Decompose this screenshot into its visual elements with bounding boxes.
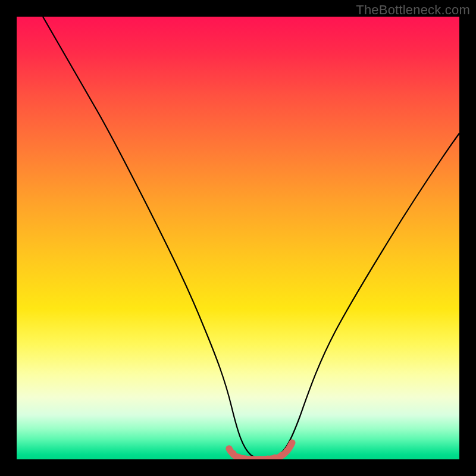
chart-frame: TheBottleneck.com	[0, 0, 476, 476]
bottleneck-curve	[43, 17, 459, 459]
svg-point-1	[230, 450, 237, 457]
plot-area	[17, 17, 459, 459]
svg-point-10	[288, 442, 295, 449]
optimal-marker-dots	[226, 442, 295, 460]
watermark-text: TheBottleneck.com	[356, 2, 470, 18]
svg-point-9	[284, 448, 290, 455]
curve-layer	[17, 17, 459, 459]
svg-point-8	[278, 452, 285, 459]
